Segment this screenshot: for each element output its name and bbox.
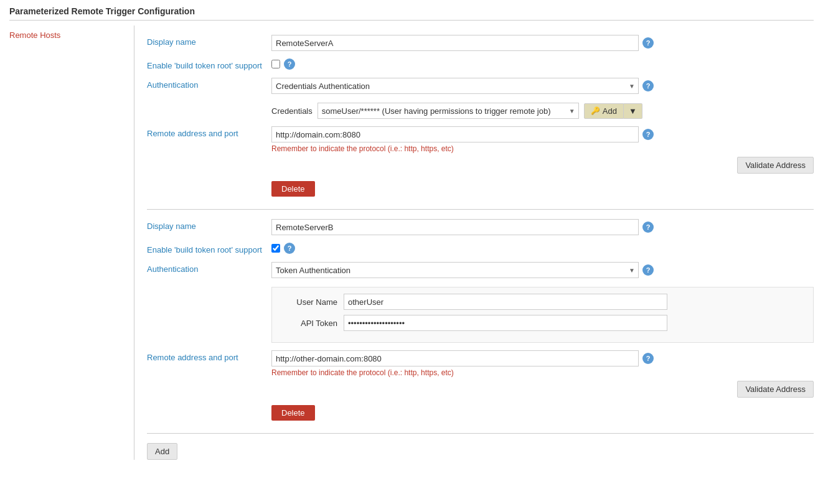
auth-help-a[interactable]: ?: [642, 80, 654, 91]
auth-control-b: Credentials Authentication Token Authent…: [271, 262, 814, 343]
remote-addr-control-a: ? Remember to indicate the protocol (i.e…: [271, 126, 814, 174]
validate-btn-a[interactable]: Validate Address: [737, 157, 814, 174]
username-row-b: User Name: [281, 294, 804, 310]
display-name-input-b[interactable]: [271, 219, 639, 235]
display-name-label-a: Display name: [147, 35, 271, 47]
add-server-row: Add: [147, 434, 814, 460]
remote-addr-hint-a: Remember to indicate the protocol (i.e.:…: [271, 144, 814, 153]
add-cred-button-a[interactable]: 🔑 Add: [584, 103, 624, 119]
remote-addr-control-b: ? Remember to indicate the protocol (i.e…: [271, 350, 814, 398]
display-name-control-b: ?: [271, 219, 814, 235]
auth-label-b: Authentication: [147, 262, 271, 274]
build-token-label-b: Enable 'build token root' support: [147, 243, 271, 254]
auth-help-b[interactable]: ?: [642, 264, 654, 276]
auth-row-a: Authentication Credentials Authenticatio…: [147, 78, 814, 119]
add-btn-group-a: 🔑 Add ▼: [584, 103, 642, 119]
validate-btn-b[interactable]: Validate Address: [737, 381, 814, 398]
page-title: Parameterized Remote Trigger Configurati…: [9, 6, 814, 21]
remote-addr-help-b[interactable]: ?: [642, 353, 654, 364]
remote-addr-label-a: Remote address and port: [147, 126, 271, 138]
add-server-button[interactable]: Add: [147, 443, 177, 460]
auth-select-a[interactable]: Credentials Authentication Token Authent…: [271, 78, 639, 94]
build-token-help-b[interactable]: ?: [284, 243, 295, 254]
auth-label-a: Authentication: [147, 78, 271, 90]
remote-addr-wrapper-b: ? Remember to indicate the protocol (i.e…: [271, 350, 814, 398]
build-token-checkbox-b[interactable]: [271, 244, 280, 253]
display-name-row-a: Display name ?: [147, 35, 814, 51]
api-token-input-b[interactable]: [344, 315, 667, 331]
sidebar-remote-hosts[interactable]: Remote Hosts: [9, 30, 60, 40]
sidebar: Remote Hosts: [9, 26, 134, 460]
remote-addr-wrapper-a: ? Remember to indicate the protocol (i.e…: [271, 126, 814, 174]
auth-control-a: Credentials Authentication Token Authent…: [271, 78, 814, 119]
add-cred-dropdown-a[interactable]: ▼: [624, 103, 642, 119]
build-token-control-a: ?: [271, 58, 814, 70]
remote-addr-label-b: Remote address and port: [147, 350, 271, 362]
delete-row-b: Delete: [271, 405, 814, 421]
build-token-checkbox-a[interactable]: [271, 60, 280, 68]
username-input-b[interactable]: [344, 294, 667, 310]
auth-row-b: Authentication Credentials Authenticatio…: [147, 262, 814, 343]
api-token-row-b: API Token: [281, 315, 804, 331]
display-name-help-a[interactable]: ?: [642, 37, 654, 49]
server-block-b: Display name ? Enable 'build token root'…: [147, 210, 814, 434]
auth-select-b[interactable]: Credentials Authentication Token Authent…: [271, 262, 639, 278]
username-label-b: User Name: [281, 297, 344, 307]
remote-addr-row-a: Remote address and port ? Remember to in…: [147, 126, 814, 174]
content-area: Display name ? Enable 'build token root'…: [134, 26, 814, 460]
display-name-control-a: ?: [271, 35, 814, 51]
display-name-label-b: Display name: [147, 219, 271, 231]
add-cred-label-a: Add: [603, 106, 617, 116]
delete-row-a: Delete: [271, 181, 814, 197]
build-token-control-b: ?: [271, 243, 814, 254]
delete-btn-a[interactable]: Delete: [271, 181, 315, 197]
remote-addr-input-b[interactable]: [271, 350, 639, 366]
delete-btn-b[interactable]: Delete: [271, 405, 315, 421]
build-token-row-a: Enable 'build token root' support ?: [147, 58, 814, 70]
credentials-row-a: Credentials someUser/****** (User having…: [271, 103, 814, 119]
credentials-label-a: Credentials: [271, 106, 313, 116]
remote-addr-row-b: Remote address and port ? Remember to in…: [147, 350, 814, 398]
display-name-input-a[interactable]: [271, 35, 639, 51]
token-fields-b: User Name API Token: [271, 287, 814, 343]
credentials-select-a[interactable]: someUser/****** (User having permissions…: [317, 103, 579, 119]
remote-addr-help-a[interactable]: ?: [642, 129, 654, 140]
remote-addr-input-a[interactable]: [271, 126, 639, 142]
display-name-help-b[interactable]: ?: [642, 222, 654, 233]
build-token-row-b: Enable 'build token root' support ?: [147, 243, 814, 254]
build-token-label-a: Enable 'build token root' support: [147, 58, 271, 70]
validate-row-a: Validate Address: [271, 157, 814, 174]
display-name-row-b: Display name ?: [147, 219, 814, 235]
credentials-select-wrapper-a: someUser/****** (User having permissions…: [317, 103, 579, 119]
key-icon-a: 🔑: [591, 106, 600, 115]
auth-select-wrapper-a: Credentials Authentication Token Authent…: [271, 78, 639, 94]
auth-select-wrapper-b: Credentials Authentication Token Authent…: [271, 262, 639, 278]
remote-addr-hint-b: Remember to indicate the protocol (i.e.:…: [271, 368, 814, 377]
server-block-a: Display name ? Enable 'build token root'…: [147, 26, 814, 210]
build-token-help-a[interactable]: ?: [284, 58, 295, 70]
api-token-label-b: API Token: [281, 319, 344, 328]
validate-row-b: Validate Address: [271, 381, 814, 398]
